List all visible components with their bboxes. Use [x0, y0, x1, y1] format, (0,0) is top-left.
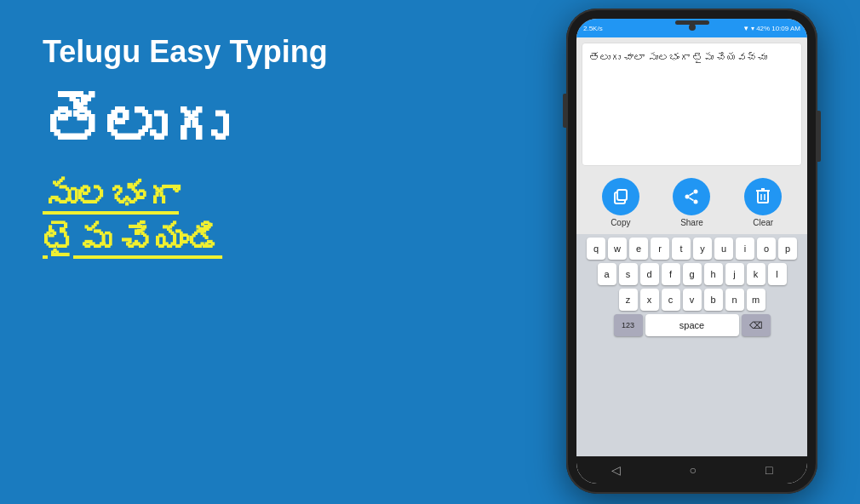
copy-icon: [611, 187, 630, 206]
wifi-icon: ▾: [751, 25, 754, 32]
key-s[interactable]: s: [619, 263, 638, 285]
time-display: 10:09 AM: [771, 25, 800, 32]
text-display-area[interactable]: తెలుగు చాలా సులభంగా టైపు చేయవచ్చు: [582, 43, 802, 166]
key-k[interactable]: k: [747, 263, 765, 285]
svg-point-2: [694, 190, 698, 194]
typed-text: తెలుగు చాలా సులభంగా టైపు చేయవచ్చు: [589, 50, 794, 66]
subtitle-line2: టైపు చేయండి: [43, 218, 451, 262]
key-x[interactable]: x: [640, 289, 659, 311]
key-j[interactable]: j: [725, 263, 744, 285]
key-h[interactable]: h: [704, 263, 723, 285]
key-r[interactable]: r: [651, 238, 669, 260]
key-p[interactable]: p: [778, 238, 797, 260]
signal-icon: ▼: [742, 25, 749, 32]
key-i[interactable]: i: [736, 238, 754, 260]
phone-body: 2.5K/s ▼ ▾ 42% 10:09 AM తెలుగు చాలా సులభ…: [566, 9, 817, 494]
subtitle: సులభంగా టైపు చేయండి: [43, 174, 451, 262]
key-m[interactable]: m: [747, 289, 765, 311]
copy-label: Copy: [611, 218, 630, 227]
key-l[interactable]: l: [768, 263, 787, 285]
camera-dot: [689, 24, 696, 31]
phone-screen: 2.5K/s ▼ ▾ 42% 10:09 AM తెలుగు చాలా సులభ…: [576, 19, 807, 484]
status-right: ▼ ▾ 42% 10:09 AM: [742, 25, 800, 32]
keyboard-row-bottom: 123 space ⌫: [578, 314, 806, 336]
subtitle-line1: సులభంగా: [43, 174, 451, 218]
key-a[interactable]: a: [598, 263, 616, 285]
keyboard-row-3: z x c v b n m: [578, 289, 806, 311]
share-button[interactable]: Share: [673, 178, 710, 227]
keyboard-row-1: q w e r t y u i o p: [578, 238, 806, 260]
svg-point-4: [694, 200, 698, 204]
back-nav-icon[interactable]: ◁: [611, 463, 621, 477]
key-t[interactable]: t: [672, 238, 691, 260]
share-icon: [682, 187, 701, 206]
share-icon-circle: [673, 178, 710, 215]
key-z[interactable]: z: [619, 289, 638, 311]
key-o[interactable]: o: [757, 238, 776, 260]
clear-icon-circle: [744, 178, 782, 215]
key-space[interactable]: space: [645, 314, 739, 336]
svg-point-3: [685, 195, 690, 199]
key-q[interactable]: q: [587, 238, 605, 260]
key-123[interactable]: 123: [614, 314, 643, 336]
key-v[interactable]: v: [683, 289, 702, 311]
action-buttons-row: Copy Share: [576, 171, 807, 234]
share-label: Share: [680, 218, 703, 227]
key-w[interactable]: w: [608, 238, 627, 260]
telugu-text: తెలుగు: [43, 95, 451, 157]
key-e[interactable]: e: [629, 238, 648, 260]
keyboard-row-2: a s d f g h j k l: [578, 263, 806, 285]
key-d[interactable]: d: [640, 263, 659, 285]
key-y[interactable]: y: [693, 238, 712, 260]
key-g[interactable]: g: [683, 263, 702, 285]
status-speed: 2.5K/s: [583, 25, 603, 32]
clear-label: Clear: [753, 218, 773, 227]
phone-mockup: 2.5K/s ▼ ▾ 42% 10:09 AM తెలుగు చాలా సులభ…: [566, 9, 817, 494]
key-n[interactable]: n: [725, 289, 744, 311]
key-u[interactable]: u: [714, 238, 733, 260]
navigation-bar: ◁ ○ □: [576, 456, 807, 484]
copy-icon-circle: [602, 178, 639, 215]
svg-rect-7: [758, 191, 768, 203]
app-title: Telugu Easy Typing: [43, 34, 451, 70]
svg-line-6: [690, 198, 694, 201]
clear-icon: [754, 187, 772, 206]
svg-line-5: [690, 193, 694, 196]
key-f[interactable]: f: [662, 263, 680, 285]
key-backspace[interactable]: ⌫: [742, 314, 771, 336]
svg-rect-1: [617, 190, 627, 200]
battery-percent: 42%: [756, 25, 770, 32]
keyboard: q w e r t y u i o p a s d f g h: [576, 234, 807, 456]
key-b[interactable]: b: [704, 289, 723, 311]
clear-button[interactable]: Clear: [744, 178, 782, 227]
copy-button[interactable]: Copy: [602, 178, 639, 227]
key-c[interactable]: c: [662, 289, 680, 311]
left-panel: Telugu Easy Typing తెలుగు సులభంగా టైపు చ…: [43, 34, 451, 262]
recents-nav-icon[interactable]: □: [765, 463, 772, 477]
home-nav-icon[interactable]: ○: [690, 463, 697, 477]
